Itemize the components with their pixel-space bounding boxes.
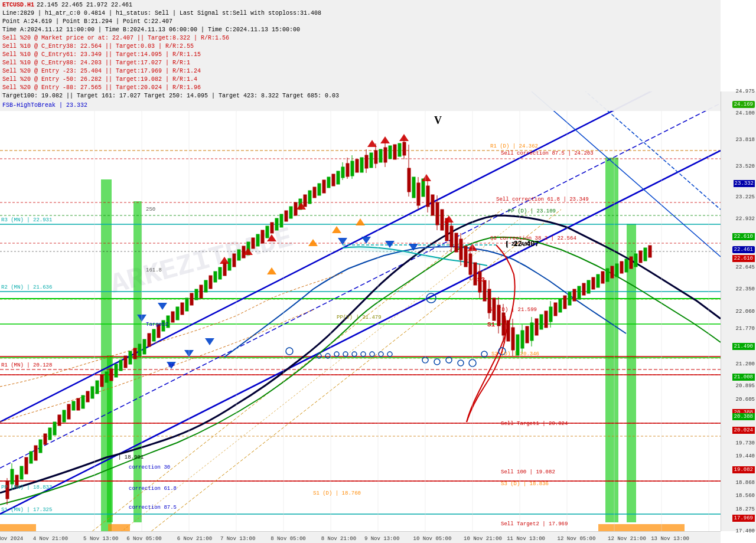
info-line4: Sell %20 @ Market price or at: 22.407 ||…	[2, 34, 229, 42]
svg-rect-96	[304, 195, 307, 207]
svg-marker-212	[308, 239, 318, 246]
svg-rect-69	[176, 307, 179, 320]
price-20605: 20.605	[736, 397, 755, 403]
svg-rect-157	[507, 320, 510, 341]
price-axis: 24.975 24.169 24.100 23.818 23.520 23.33…	[721, 91, 756, 531]
label-250: 250	[146, 207, 155, 212]
svg-rect-186	[625, 259, 628, 272]
svg-rect-41	[44, 434, 47, 444]
info-line2: Point A:24.619 | Point B:21.294 | Point …	[2, 18, 172, 26]
svg-rect-98	[313, 187, 316, 198]
price-19440: 19.440	[736, 453, 755, 459]
svg-rect-36	[20, 466, 23, 479]
price-22645: 22.645	[736, 264, 755, 270]
time-label-12: 12 Nov 05:00	[558, 536, 596, 542]
svg-rect-114	[370, 153, 373, 168]
svg-line-23	[0, 151, 721, 514]
svg-rect-184	[615, 264, 618, 277]
svg-rect-86	[256, 234, 259, 246]
svg-text:S1: S1	[487, 321, 496, 328]
chart-container: ETCUSD.H1 22.145 22.465 21.972 22.461 Li…	[0, 0, 756, 543]
label-22407-main: | 22.407	[505, 240, 539, 248]
svg-rect-57	[119, 360, 122, 371]
svg-rect-185	[620, 261, 623, 273]
svg-rect-80	[228, 259, 231, 270]
info-line7: Sell %10 @ C_Entry88: 24.203 || Target:1…	[2, 59, 190, 67]
price-19082: 19.082	[732, 466, 755, 473]
time-label-2: 5 Nov 13:00	[83, 536, 118, 542]
svg-rect-140	[455, 233, 458, 252]
svg-rect-171	[554, 303, 557, 316]
time-label-11: 11 Nov 13:00	[507, 536, 545, 542]
svg-rect-173	[563, 296, 566, 309]
svg-rect-182	[606, 269, 609, 282]
svg-rect-163	[526, 326, 529, 343]
label-18901: | 18.901	[118, 454, 144, 460]
svg-rect-52	[96, 381, 99, 394]
time-label-9: 10 Nov 05:00	[413, 536, 452, 542]
info-line5: Sell %10 @ C_Entry38: 22.564 || Target:0…	[2, 42, 194, 51]
time-label-5: 7 Nov 13:00	[220, 536, 255, 542]
svg-rect-49	[82, 395, 84, 408]
svg-rect-94	[294, 202, 297, 215]
price-24169: 24.169	[732, 101, 755, 108]
time-label-6: 8 Nov 05:00	[271, 536, 305, 542]
chart-area: ARKEZITRADE .candle-body { stroke-width:…	[0, 91, 721, 531]
svg-marker-204	[205, 338, 214, 345]
svg-rect-91	[280, 214, 283, 227]
svg-rect-76	[209, 276, 212, 289]
svg-line-29	[148, 210, 561, 531]
svg-rect-188	[634, 254, 637, 267]
label-r3mn: R3 (MN) | 22.931	[1, 217, 52, 223]
svg-point-227	[334, 352, 339, 356]
svg-rect-168	[545, 311, 548, 328]
svg-rect-99	[318, 184, 321, 195]
svg-rect-102	[332, 174, 335, 186]
svg-rect-53	[100, 375, 103, 387]
svg-rect-178	[587, 280, 590, 293]
label-corr875-low: correction 87.5	[129, 505, 177, 511]
price-22461: 22.461	[732, 246, 755, 253]
label-ppv: PP(V) | 21.479	[337, 315, 382, 320]
svg-rect-190	[644, 248, 647, 261]
label-corr618-low: correction 61.8	[129, 486, 177, 492]
svg-rect-174	[568, 292, 571, 305]
label-sell-target2: Sell Target2 | 17.969	[501, 521, 568, 527]
price-22610: 22.610	[732, 233, 755, 240]
price-19730: 19.730	[736, 440, 755, 446]
svg-rect-176	[578, 286, 581, 299]
svg-rect-48	[77, 398, 80, 410]
svg-rect-63	[148, 333, 151, 346]
svg-rect-61	[138, 344, 141, 356]
svg-rect-93	[289, 207, 292, 218]
price-24975: 24.975	[736, 89, 755, 94]
price-23332: 23.332	[734, 180, 755, 187]
svg-rect-180	[597, 274, 599, 287]
svg-rect-167	[540, 315, 543, 329]
time-label-13: 12 Nov 21:00	[608, 536, 646, 542]
svg-rect-81	[233, 254, 236, 267]
label-sell-corr-618: Sell correction 61.8 | 23.349	[496, 197, 589, 202]
svg-point-231	[370, 352, 374, 356]
svg-rect-175	[573, 289, 576, 301]
price-20024: 20.024	[732, 427, 755, 434]
svg-rect-37	[25, 457, 28, 474]
svg-rect-59	[129, 351, 132, 364]
label-sell-target1: Sell Target1 | 20.024	[501, 421, 568, 427]
svg-rect-42	[48, 428, 51, 440]
label-r1mn: R1 (MN) | 20.128	[1, 362, 52, 368]
label-sell-corr-875: Sell correction 87.5 | 24.203	[501, 151, 594, 156]
svg-rect-191	[649, 246, 651, 257]
info-line1: Line:2829 | h1_atr_c:0 0.4814 | h1_statu…	[2, 9, 321, 18]
svg-rect-89	[271, 223, 273, 233]
svg-rect-120	[389, 146, 392, 159]
price-22060: 22.060	[736, 309, 755, 315]
svg-rect-51	[91, 387, 94, 398]
svg-marker-211	[267, 267, 276, 274]
svg-rect-44	[58, 415, 61, 426]
price-22610-r: 22.610	[732, 255, 755, 262]
svg-rect-70	[181, 303, 184, 315]
svg-rect-73	[195, 289, 198, 300]
price-21770: 21.770	[736, 326, 755, 332]
svg-rect-187	[630, 257, 633, 269]
